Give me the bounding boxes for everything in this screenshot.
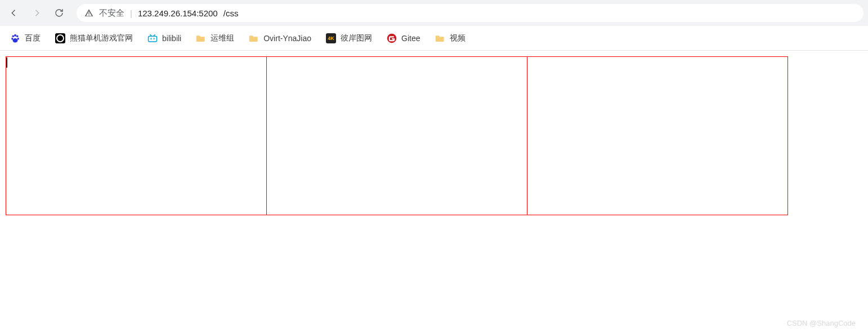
not-secure-label: 不安全 (99, 8, 124, 19)
bilibili-icon (147, 33, 158, 43)
back-button[interactable] (5, 3, 24, 23)
folder-icon (196, 33, 206, 43)
svg-rect-6 (151, 38, 152, 39)
bookmark-label: Gitee (401, 34, 420, 43)
address-divider: | (130, 8, 132, 18)
bookmark-ops-folder[interactable]: 运维组 (196, 33, 234, 43)
bookmark-panda[interactable]: 熊猫单机游戏官网 (55, 33, 133, 43)
forward-button[interactable] (27, 3, 46, 23)
watermark: CSDN @ShangCode (787, 319, 856, 327)
svg-point-3 (11, 37, 13, 39)
text-cursor (6, 57, 7, 68)
bookmark-ovirt-folder[interactable]: Ovirt-YnaJiao (249, 33, 311, 43)
address-bar[interactable]: 不安全 | 123.249.26.154:5200/css (77, 4, 863, 22)
gitee-icon (387, 33, 397, 43)
reload-button[interactable] (50, 3, 69, 23)
bookmarks-bar: 百度 熊猫单机游戏官网 bilibili 运维组 Ovirt-YnaJiao 4… (0, 26, 868, 51)
fourk-icon: 4K (326, 33, 336, 43)
bookmark-label: 视频 (450, 33, 466, 43)
svg-point-4 (17, 37, 19, 39)
url-path: /css (223, 8, 239, 18)
not-secure-icon (84, 8, 93, 17)
bookmark-label: 彼岸图网 (341, 33, 372, 43)
bookmark-4k[interactable]: 4K 彼岸图网 (326, 33, 372, 43)
red-box (527, 56, 788, 215)
red-box (6, 56, 267, 215)
baidu-icon (10, 33, 20, 43)
svg-point-2 (16, 35, 19, 37)
page-viewport (0, 51, 868, 221)
svg-point-0 (12, 35, 14, 37)
url-host: 123.249.26.154:5200 (138, 8, 218, 18)
red-box (266, 56, 527, 215)
bookmark-label: Ovirt-YnaJiao (263, 34, 311, 43)
bookmark-label: 熊猫单机游戏官网 (70, 33, 133, 43)
box-row (6, 56, 862, 215)
bookmark-label: bilibili (162, 34, 181, 43)
folder-icon (435, 33, 445, 43)
reload-icon (54, 8, 64, 18)
folder-icon (249, 33, 259, 43)
panda-icon (55, 33, 65, 43)
bookmark-baidu[interactable]: 百度 (10, 33, 41, 43)
bookmark-bilibili[interactable]: bilibili (147, 33, 181, 43)
bookmark-label: 百度 (25, 33, 41, 43)
bookmark-label: 运维组 (211, 33, 234, 43)
arrow-left-icon (9, 8, 19, 18)
svg-rect-5 (149, 36, 157, 42)
svg-rect-7 (154, 38, 155, 39)
browser-toolbar: 不安全 | 123.249.26.154:5200/css (0, 0, 868, 26)
svg-point-1 (14, 34, 16, 36)
arrow-right-icon (32, 8, 42, 18)
bookmark-gitee[interactable]: Gitee (387, 33, 420, 43)
bookmark-video-folder[interactable]: 视频 (435, 33, 466, 43)
